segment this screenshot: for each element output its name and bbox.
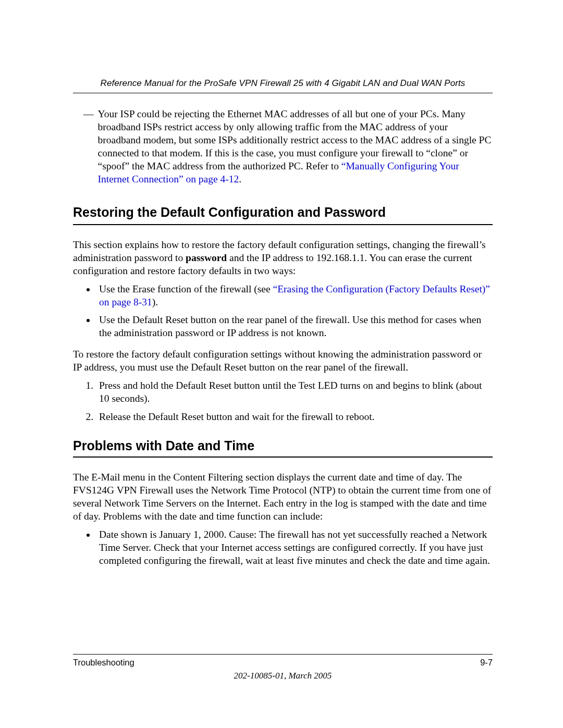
footer-left: Troubleshooting <box>73 658 134 668</box>
section-heading-date-time: Problems with Date and Time <box>73 438 493 458</box>
list-item: Date shown is January 1, 2000. Cause: Th… <box>96 528 493 567</box>
list-item: Release the Default Reset button and wai… <box>96 411 493 424</box>
bullet-text-a: Use the Erase function of the firewall (… <box>99 283 273 294</box>
list-item: Use the Erase function of the firewall (… <box>96 283 493 309</box>
bullet-text-b: ). <box>152 297 158 307</box>
page-content: Reference Manual for the ProSafe VPN Fir… <box>0 0 563 567</box>
dash-list-item: — Your ISP could be rejecting the Ethern… <box>83 108 493 186</box>
list-item: Use the Default Reset button on the rear… <box>96 314 493 340</box>
password-bold: password <box>186 252 227 263</box>
footer-row: Troubleshooting 9-7 <box>73 658 493 668</box>
section1-bullets: Use the Erase function of the firewall (… <box>73 283 493 340</box>
section1-steps: Press and hold the Default Reset button … <box>73 379 493 424</box>
page-footer: Troubleshooting 9-7 202-10085-01, March … <box>73 654 493 681</box>
list-item: Press and hold the Default Reset button … <box>96 379 493 405</box>
dash-bullet: — <box>83 108 98 186</box>
footer-rule <box>73 654 493 655</box>
page-number: 9-7 <box>480 658 493 668</box>
section2-bullets: Date shown is January 1, 2000. Cause: Th… <box>73 528 493 567</box>
period: . <box>239 174 241 184</box>
section1-paragraph2: To restore the factory default configura… <box>73 348 493 374</box>
section2-paragraph1: The E-Mail menu in the Content Filtering… <box>73 471 493 523</box>
section1-paragraph1: This section explains how to restore the… <box>73 239 493 278</box>
dash-body-text: Your ISP could be rejecting the Ethernet… <box>98 108 493 186</box>
section-heading-restoring: Restoring the Default Configuration and … <box>73 205 493 225</box>
footer-docid: 202-10085-01, March 2005 <box>73 671 493 681</box>
document-header: Reference Manual for the ProSafe VPN Fir… <box>73 78 493 93</box>
